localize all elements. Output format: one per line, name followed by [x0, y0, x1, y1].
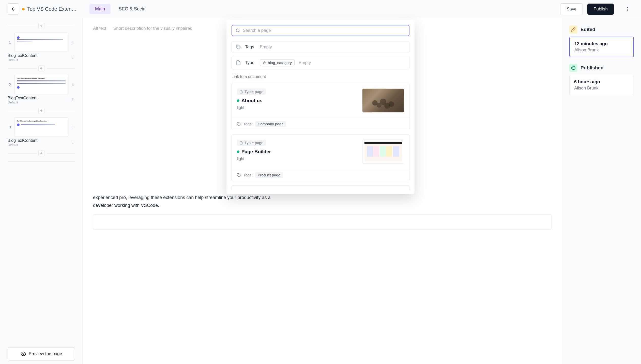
doc-tags-label: Tags:	[243, 122, 253, 126]
block-variant: Default	[8, 100, 37, 104]
add-block-button[interactable]: +	[38, 65, 44, 71]
more-vertical-icon	[625, 6, 631, 12]
doc-type-label: Type: page	[245, 141, 263, 145]
alt-text-placeholder[interactable]: Short description for the visually impai…	[113, 26, 192, 31]
svg-point-12	[72, 84, 72, 84]
svg-point-14	[72, 84, 72, 85]
document-card-partial[interactable]	[232, 185, 409, 190]
sidebar-left: + 1 BlogTextContent Default	[0, 18, 83, 364]
svg-point-6	[73, 42, 73, 42]
version-author: Alison Brunk	[574, 48, 629, 53]
more-menu-button[interactable]	[622, 3, 633, 15]
search-input-wrap[interactable]	[232, 25, 409, 36]
header-tabs: Main SEO & Social	[89, 4, 152, 14]
doc-title: About us	[241, 98, 262, 103]
block-name: BlogTextContent	[8, 138, 37, 143]
block-thumbnail	[14, 33, 68, 52]
doc-status-dot	[237, 99, 239, 102]
published-status-row: Published	[569, 64, 634, 72]
svg-point-18	[73, 98, 73, 99]
svg-point-21	[72, 126, 72, 127]
block-card[interactable]: 2 How Extensions Boost Developer Product…	[8, 75, 75, 94]
eye-icon	[21, 351, 26, 357]
file-icon	[239, 141, 243, 145]
drag-handle[interactable]	[70, 75, 75, 94]
add-block-row: +	[8, 149, 75, 157]
edited-label: Edited	[581, 27, 595, 32]
add-block-button[interactable]: +	[38, 23, 44, 29]
block-card[interactable]: 3 Top 13 Productivity-Boosting VSCode Ex…	[8, 117, 75, 137]
svg-point-33	[237, 46, 238, 46]
svg-point-35	[238, 123, 238, 123]
doc-thumbnail	[362, 88, 404, 113]
type-filter-row[interactable]: Type blog_category Empty	[232, 56, 409, 69]
pencil-icon	[571, 27, 576, 32]
block-thumbnail: How Extensions Boost Developer Productiv…	[14, 75, 68, 94]
drag-handle[interactable]	[70, 117, 75, 137]
doc-type-label: Type: page	[245, 89, 263, 94]
tab-main[interactable]: Main	[89, 4, 111, 14]
block-more-button[interactable]	[71, 55, 75, 60]
document-card[interactable]: Type: page Page Builder light Tags: Prod…	[232, 134, 409, 181]
doc-thumbnail	[362, 140, 404, 164]
block-name: BlogTextContent	[8, 53, 37, 58]
svg-point-36	[238, 174, 238, 174]
version-card-published[interactable]: 6 hours ago Alison Brunk	[569, 75, 634, 95]
tag-icon	[237, 173, 241, 177]
block-thumbnail: Top 13 Productivity-Boosting VSCode Exte…	[14, 117, 68, 137]
version-card-edited[interactable]: 12 minutes ago Alison Brunk	[569, 37, 634, 57]
lock-icon	[263, 61, 266, 65]
file-icon	[239, 90, 243, 94]
svg-point-19	[73, 99, 73, 100]
edited-status-row: Edited	[569, 25, 634, 34]
save-button[interactable]: Save	[560, 3, 583, 15]
version-time: 6 hours ago	[574, 79, 629, 85]
block-index: 1	[8, 33, 12, 52]
sidebar-right: Edited 12 minutes ago Alison Brunk Publi…	[562, 18, 641, 364]
svg-point-11	[73, 58, 73, 59]
block-wrapper: 2 How Extensions Boost Developer Product…	[8, 75, 75, 104]
type-chip[interactable]: blog_category	[260, 59, 295, 66]
doc-tag-chip: Company page	[255, 121, 286, 127]
empty-block[interactable]	[93, 214, 552, 230]
more-vertical-icon	[71, 140, 75, 144]
svg-point-7	[72, 43, 72, 43]
block-more-button[interactable]	[71, 98, 75, 102]
add-block-button[interactable]: +	[38, 108, 44, 114]
svg-point-0	[627, 7, 628, 8]
block-more-button[interactable]	[71, 140, 75, 145]
tag-icon	[237, 122, 241, 126]
publish-button[interactable]: Publish	[587, 4, 614, 15]
tags-filter-row[interactable]: Tags Empty	[232, 41, 409, 53]
published-status-icon	[569, 64, 577, 72]
more-vertical-icon	[71, 98, 75, 102]
arrow-left-icon	[11, 6, 16, 12]
block-variant: Default	[8, 58, 37, 62]
search-input[interactable]	[243, 28, 405, 33]
block-card[interactable]: 1	[8, 33, 75, 52]
preview-page-button[interactable]: Preview the page	[8, 347, 75, 360]
tab-seo-social[interactable]: SEO & Social	[113, 4, 152, 14]
doc-card-footer: Tags: Company page	[232, 118, 409, 130]
tags-filter-placeholder: Empty	[260, 44, 272, 50]
svg-point-27	[73, 141, 73, 141]
add-block-row: +	[8, 64, 75, 72]
thumb-heading: How Extensions Boost Developer Productiv…	[17, 78, 66, 79]
doc-tag-chip: Product page	[255, 172, 283, 178]
back-button[interactable]	[8, 3, 19, 15]
document-card[interactable]: Type: page About us light Tags: Company …	[232, 83, 409, 130]
tag-icon	[236, 44, 241, 50]
svg-point-5	[72, 42, 72, 42]
block-wrapper: 3 Top 13 Productivity-Boosting VSCode Ex…	[8, 117, 75, 147]
doc-title: Page Builder	[241, 149, 271, 155]
doc-type-pill: Type: page	[237, 140, 266, 146]
svg-point-30	[23, 353, 24, 355]
preview-page-label: Preview the page	[29, 351, 62, 356]
block-meta: BlogTextContent Default	[8, 53, 75, 62]
svg-point-25	[72, 128, 72, 128]
svg-point-4	[73, 41, 73, 42]
drag-handle[interactable]	[70, 33, 75, 52]
add-block-button[interactable]: +	[38, 150, 44, 156]
doc-type-pill: Type: page	[237, 88, 266, 95]
link-page-modal: Tags Empty Type blog_category Empty Link…	[226, 20, 415, 194]
